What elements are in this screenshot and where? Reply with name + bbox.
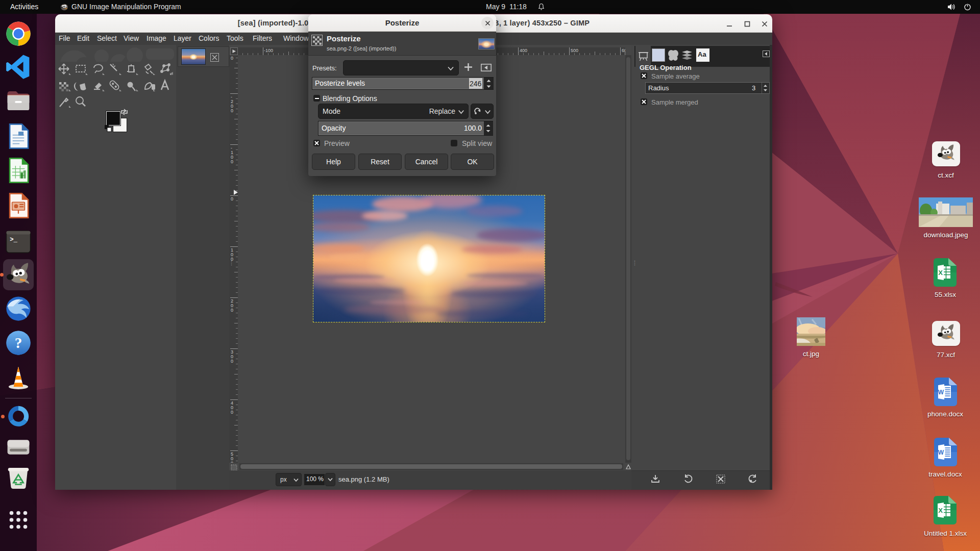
svg-text:?: ? — [15, 335, 22, 351]
svg-text:>_: >_ — [10, 236, 17, 243]
